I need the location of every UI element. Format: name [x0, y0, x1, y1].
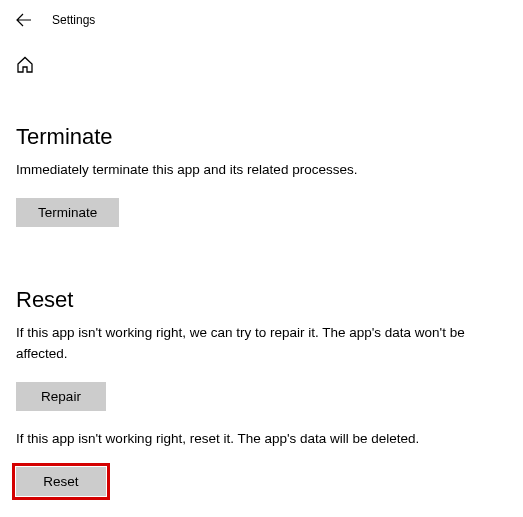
- reset-description: If this app isn't working right, reset i…: [16, 429, 496, 449]
- reset-heading: Reset: [16, 287, 507, 313]
- back-button[interactable]: [16, 12, 32, 28]
- back-arrow-icon: [16, 12, 32, 28]
- home-button[interactable]: [16, 56, 34, 74]
- repair-description: If this app isn't working right, we can …: [16, 323, 496, 364]
- terminate-heading: Terminate: [16, 124, 507, 150]
- page-title: Settings: [52, 13, 95, 27]
- reset-button[interactable]: Reset: [16, 467, 106, 496]
- header: Settings: [0, 0, 523, 28]
- terminate-description: Immediately terminate this app and its r…: [16, 160, 496, 180]
- terminate-button[interactable]: Terminate: [16, 198, 119, 227]
- content: Terminate Immediately terminate this app…: [0, 74, 523, 496]
- home-icon: [16, 56, 34, 74]
- repair-button[interactable]: Repair: [16, 382, 106, 411]
- home-row: [0, 28, 523, 74]
